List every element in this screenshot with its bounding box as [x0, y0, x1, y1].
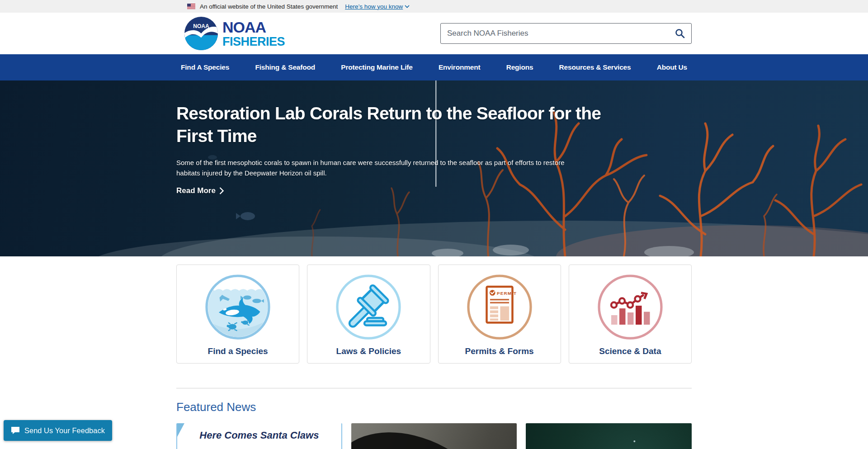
- search-icon: [675, 28, 685, 39]
- gov-banner: An official website of the United States…: [0, 0, 868, 13]
- read-more-link[interactable]: Read More: [176, 186, 224, 195]
- news-card-fish-photo[interactable]: [351, 423, 517, 449]
- section-divider: [176, 388, 692, 388]
- news-card-underwater-photo[interactable]: [526, 423, 692, 449]
- quick-link-label: Find a Species: [208, 346, 268, 356]
- quick-link-card-science-data[interactable]: Science & Data: [569, 265, 692, 364]
- hero-title: Restoration Lab Corals Return to the Sea…: [176, 102, 606, 147]
- quick-link-label: Science & Data: [599, 346, 661, 356]
- wordmark: NOAA FISHERIES: [222, 19, 285, 48]
- nav-item-regions[interactable]: Regions: [506, 63, 533, 71]
- nav-item-resources-services[interactable]: Resources & Services: [559, 63, 631, 71]
- noaa-fisheries-logo[interactable]: NOAA NOAA FISHERIES: [184, 17, 285, 50]
- nav-item-fishing-seafood[interactable]: Fishing & Seafood: [255, 63, 315, 71]
- feedback-button[interactable]: Send Us Your Feedback: [4, 420, 112, 441]
- gavel-icon: [335, 273, 402, 341]
- site-search: [440, 23, 692, 44]
- svg-text:NOAA: NOAA: [193, 23, 209, 29]
- quick-link-label: Permits & Forms: [465, 346, 534, 356]
- speech-bubble-icon: [11, 426, 20, 435]
- us-flag-icon: [187, 4, 195, 9]
- site-header: NOAA NOAA FISHERIES: [0, 13, 868, 54]
- main-nav: Find A Species Fishing & Seafood Protect…: [0, 54, 868, 80]
- featured-news-row: Here Comes Santa Claws: [176, 423, 692, 449]
- gov-banner-text: An official website of the United States…: [200, 3, 338, 10]
- quick-links: Find a Species Laws & Policies: [0, 265, 868, 364]
- hero-banner: Restoration Lab Corals Return to the Sea…: [0, 80, 868, 256]
- wordmark-fisheries: FISHERIES: [222, 36, 285, 48]
- nav-item-find-a-species[interactable]: Find A Species: [181, 63, 229, 71]
- wordmark-noaa: NOAA: [222, 19, 285, 35]
- permit-document-icon: PERMIT: [466, 273, 533, 341]
- search-input[interactable]: [440, 23, 692, 44]
- search-button[interactable]: [670, 25, 690, 42]
- news-card-santa-claws[interactable]: Here Comes Santa Claws: [176, 423, 342, 449]
- chevron-down-icon: [405, 5, 410, 8]
- nav-item-environment[interactable]: Environment: [439, 63, 481, 71]
- nav-item-about-us[interactable]: About Us: [657, 63, 687, 71]
- quick-link-card-find-a-species[interactable]: Find a Species: [176, 265, 299, 364]
- underwater-creature: [526, 423, 692, 449]
- hero-description: Some of the first mesophotic corals to s…: [176, 157, 583, 179]
- chevron-right-icon: [219, 187, 224, 194]
- how-you-know-link[interactable]: Here’s how you know: [345, 3, 410, 10]
- quick-link-label: Laws & Policies: [336, 346, 401, 356]
- noaa-seal-icon: NOAA: [184, 17, 218, 50]
- quick-link-card-laws-policies[interactable]: Laws & Policies: [307, 265, 430, 364]
- news-card-title: Here Comes Santa Claws: [177, 430, 341, 441]
- chart-icon: [596, 273, 664, 341]
- nav-item-protecting-marine-life[interactable]: Protecting Marine Life: [341, 63, 412, 71]
- svg-text:PERMIT: PERMIT: [497, 291, 517, 296]
- quick-link-card-permits-forms[interactable]: PERMIT Permits & Forms: [438, 265, 561, 364]
- species-circle-icon: [204, 273, 272, 341]
- featured-news-heading: Featured News: [176, 400, 692, 414]
